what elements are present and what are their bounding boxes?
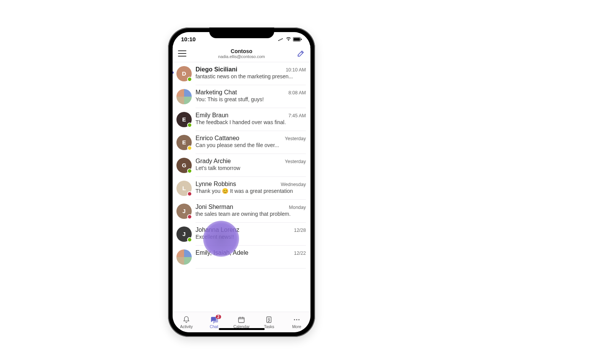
svg-rect-5 [294,38,300,40]
svg-point-0 [278,40,279,40]
chat-name: Joni Sherman [196,204,233,210]
svg-point-9 [294,319,295,320]
chat-name: Johanna Lorenz [196,226,239,233]
chat-name: Enrico Cattaneo [196,135,239,142]
svg-point-3 [282,38,283,39]
chat-row[interactable]: EEnrico CattaneoYesterdayCan you please … [173,131,310,154]
home-indicator[interactable] [219,328,265,330]
chat-row[interactable]: EEmily Braun7:45 AMThe feedback I handed… [173,108,310,131]
chat-preview: fantastic news on the marketing presen..… [196,73,306,79]
notch [209,28,274,38]
calendar-icon [237,315,246,324]
chat-name: Lynne Robbins [196,181,236,188]
tab-activity[interactable]: Activity [176,315,197,329]
chat-name: Diego Siciliani [196,66,237,73]
chat-time: Wednesday [281,182,306,187]
presence-available [187,77,192,82]
menu-button[interactable] [178,50,186,57]
presence-dnd [187,191,192,196]
svg-point-2 [281,39,281,39]
chat-preview: the sales team are owning that problem. [196,211,306,217]
chat-time: 8:08 AM [288,90,306,95]
chat-time: Yesterday [285,159,306,164]
divider [196,268,306,269]
presence-available [187,168,192,173]
chat-row[interactable]: GGrady ArchieYesterdayLet's talk tomorro… [173,154,310,177]
org-name: Contoso [218,48,265,54]
avatar: E [176,135,192,150]
chat-time: Yesterday [285,136,306,141]
wifi-icon [286,37,291,41]
phone-frame: 10:10 Contoso nadia.ellis@contoso.com DD… [168,28,315,337]
avatar: G [176,158,192,173]
avatar: J [176,226,192,242]
chat-name: Emily Braun [196,112,228,119]
avatar: D [176,66,192,81]
chat-time: 7:45 AM [288,113,306,118]
svg-point-1 [280,39,280,40]
unread-dot [173,71,174,74]
tab-label: Activity [180,324,192,329]
screen: 10:10 Contoso nadia.ellis@contoso.com DD… [173,32,310,332]
chat-name: Emily, Isaiah, Adele [196,249,248,256]
chat-preview: Can you please send the file over... [196,142,306,148]
more-icon [293,315,301,324]
tasks-icon [265,315,273,324]
chat-preview: Let's talk tomorrow [196,165,306,171]
chat-preview: You: This is great stuff, guys! [196,96,306,102]
tab-label: More [292,324,301,329]
chat-name: Grady Archie [196,158,231,165]
chat-row[interactable]: LLynne RobbinsWednesdayThank you 😊 It wa… [173,177,310,200]
avatar: J [176,204,192,219]
chat-time: 12/28 [294,228,306,233]
tab-tasks[interactable]: Tasks [259,315,280,329]
app-header: Contoso nadia.ellis@contoso.com [173,47,310,62]
chat-preview: The feedback I handed over was final. [196,119,306,125]
presence-away [187,146,192,150]
chat-row[interactable]: DDiego Siciliani10:10 AMfantastic news o… [173,62,310,85]
chat-list[interactable]: DDiego Siciliani10:10 AMfantastic news o… [173,62,310,312]
bell-icon [182,315,191,324]
status-indicators [278,37,302,42]
user-email: nadia.ellis@contoso.com [218,54,265,59]
battery-icon [293,37,302,42]
tab-calendar[interactable]: Calendar [231,315,252,329]
cellular-icon [278,37,284,41]
tab-more[interactable]: More [286,315,307,329]
chat-time: 12/22 [294,251,306,256]
svg-rect-6 [301,39,302,40]
presence-dnd [187,214,192,219]
svg-point-11 [298,319,299,320]
avatar [176,249,192,265]
avatar: L [176,181,192,196]
presence-available [187,123,192,128]
chat-row[interactable]: JJoni ShermanMondaythe sales team are ow… [173,200,310,223]
chat-preview: Thank you 😊 It was a great presentation [196,188,306,194]
chat-name: Marketing Chat [196,89,237,96]
status-time: 10:10 [181,36,196,42]
svg-point-10 [296,319,297,320]
tab-label: Tasks [264,324,274,329]
chat-row[interactable]: JJohanna Lorenz12/28Excellent news!! [173,223,310,246]
chat-row[interactable]: Marketing Chat8:08 AMYou: This is great … [173,85,310,108]
presence-available [187,237,192,242]
tab-chat[interactable]: 2 Chat [203,315,225,329]
avatar [176,89,192,104]
svg-rect-7 [239,317,244,322]
chat-time: 10:10 AM [286,67,306,73]
header-titles[interactable]: Contoso nadia.ellis@contoso.com [218,48,265,59]
chat-preview: Excellent news!! [196,234,306,240]
compose-icon[interactable] [297,49,305,58]
chat-badge: 2 [216,315,221,319]
tab-label: Chat [210,324,218,329]
chat-row[interactable]: Emily, Isaiah, Adele12/22 [173,246,310,269]
chat-time: Monday [289,205,306,210]
avatar: E [176,112,192,127]
